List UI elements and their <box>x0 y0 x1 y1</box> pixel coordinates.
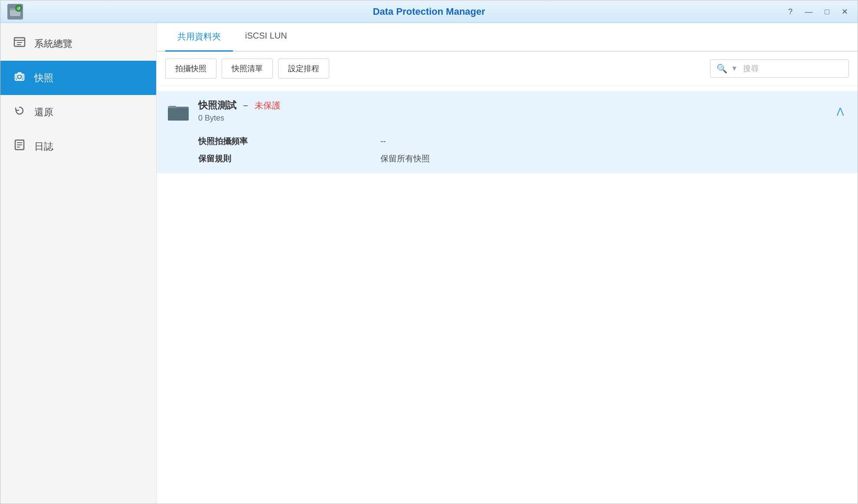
sidebar-item-log[interactable]: 日誌 <box>0 129 156 164</box>
detail-label-frequency: 快照拍攝頻率 <box>198 136 380 147</box>
svg-point-10 <box>18 75 21 78</box>
toolbar: 拍攝快照 快照清單 設定排程 🔍 ▼ <box>157 52 858 86</box>
tab-shared-folder[interactable]: 共用資料夾 <box>165 23 233 52</box>
svg-rect-18 <box>168 108 189 121</box>
snapshot-status-badge: 未保護 <box>255 100 281 111</box>
tab-bar: 共用資料夾 iSCSI LUN <box>157 23 858 52</box>
app-title: Data Protection Manager <box>373 6 485 17</box>
sidebar: 系統總覽 快照 還原 日誌 <box>0 23 157 504</box>
right-panel: 共用資料夾 iSCSI LUN 拍攝快照 快照清單 設定排程 🔍 ▼ <box>157 23 858 504</box>
title-bar-controls: ? — □ ✕ <box>786 6 851 17</box>
detail-row-retention: 保留規則 保留所有快照 <box>198 153 847 164</box>
take-snapshot-button[interactable]: 拍攝快照 <box>165 59 216 79</box>
search-dropdown-icon[interactable]: ▼ <box>731 65 738 72</box>
detail-value-frequency: -- <box>380 137 386 146</box>
sidebar-item-restore[interactable]: 還原 <box>0 95 156 129</box>
snapshot-details: 快照拍攝頻率 -- 保留規則 保留所有快照 <box>157 131 858 173</box>
snapshot-list-item: 快照測試 － 未保護 0 Bytes ⋀ 快照拍攝頻率 -- <box>157 91 858 173</box>
minimize-button[interactable]: — <box>802 6 815 17</box>
snapshot-info: 快照測試 － 未保護 0 Bytes <box>198 99 825 123</box>
detail-label-retention: 保留規則 <box>198 153 380 164</box>
system-overview-icon <box>13 36 26 51</box>
snapshot-size: 0 Bytes <box>198 114 825 123</box>
restore-icon <box>13 105 26 120</box>
sidebar-label-system-overview: 系統總覽 <box>34 37 72 50</box>
help-button[interactable]: ? <box>786 6 795 17</box>
snapshot-icon <box>13 70 26 85</box>
detail-value-retention: 保留所有快照 <box>380 153 430 164</box>
search-icon: 🔍 <box>717 63 727 74</box>
detail-row-frequency: 快照拍攝頻率 -- <box>198 136 847 147</box>
maximize-button[interactable]: □ <box>822 6 832 17</box>
content-area: 快照測試 － 未保護 0 Bytes ⋀ 快照拍攝頻率 -- <box>157 86 858 504</box>
sidebar-label-restore: 還原 <box>34 106 53 119</box>
app-icon: ↺ <box>7 4 23 20</box>
svg-text:↺: ↺ <box>17 7 20 11</box>
title-bar-left: ↺ <box>7 4 23 20</box>
tab-iscsi-lun[interactable]: iSCSI LUN <box>233 23 299 52</box>
title-bar: ↺ Data Protection Manager ? — □ ✕ <box>0 0 858 23</box>
sidebar-label-log: 日誌 <box>34 140 53 153</box>
search-input[interactable] <box>743 64 842 73</box>
close-button[interactable]: ✕ <box>839 6 851 17</box>
snapshot-title: 快照測試 － 未保護 <box>198 99 825 112</box>
sidebar-item-system-overview[interactable]: 系統總覽 <box>0 26 156 61</box>
main-content: 系統總覽 快照 還原 日誌 <box>0 23 858 504</box>
log-icon <box>13 139 26 154</box>
folder-icon <box>167 100 190 122</box>
sidebar-label-snapshot: 快照 <box>34 72 53 85</box>
snapshot-name: 快照測試 <box>198 99 236 112</box>
snapshot-list-button[interactable]: 快照清單 <box>222 59 273 79</box>
schedule-settings-button[interactable]: 設定排程 <box>278 59 329 79</box>
expand-collapse-button[interactable]: ⋀ <box>833 102 847 120</box>
app-window: ↺ Data Protection Manager ? — □ ✕ 系統總覽 <box>0 0 858 504</box>
snapshot-item-header: 快照測試 － 未保護 0 Bytes ⋀ <box>157 91 858 131</box>
snapshot-separator: － <box>241 99 250 112</box>
search-box[interactable]: 🔍 ▼ <box>710 59 849 78</box>
sidebar-item-snapshot[interactable]: 快照 <box>0 61 156 95</box>
